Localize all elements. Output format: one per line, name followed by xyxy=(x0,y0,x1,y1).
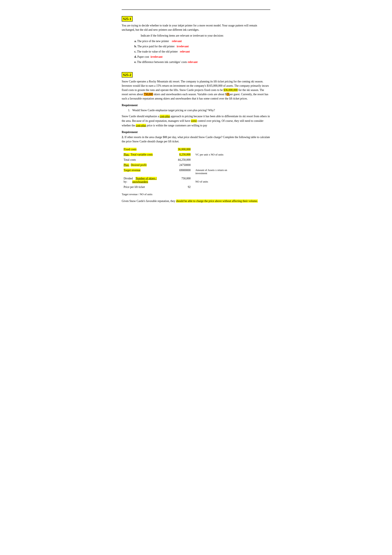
s25-1-indent: Indicate if the following items are rele… xyxy=(141,34,270,38)
item-b-label: b. The price paid for the old printer xyxy=(134,45,177,48)
answer1-highlight2: some xyxy=(191,119,197,122)
top-divider xyxy=(122,9,270,10)
final-text-highlight: should be able to charge the price above… xyxy=(176,199,258,203)
label-variable-costs: Plus: Total variable costs xyxy=(122,152,174,157)
value-divided-by: 750,000 xyxy=(174,176,192,184)
s25-1-intro: You are trying to decide whether to trad… xyxy=(122,23,270,32)
req2-number: 2. xyxy=(122,136,124,139)
number-skiers-label: Number of skiers / xyxy=(136,177,157,180)
s25-1-title: S25-1 xyxy=(122,16,133,22)
note-price-per-ticket xyxy=(192,184,232,190)
value-fixed-costs: 36,000,000 xyxy=(174,147,192,152)
answer-1: Snow Castle should emphasize a cost-plus… xyxy=(122,114,270,128)
table-row-price-per-ticket: Price per lift ticket 92 xyxy=(122,184,232,190)
s25-2-intro: Snow Castle operates a Rocky Mountain sk… xyxy=(122,79,270,101)
price-table: Fixed costs 36,000,000 Plus: Total varia… xyxy=(122,147,232,190)
requirement-2-text: 2. If other resorts in the area charge $… xyxy=(122,135,270,144)
value-total-costs: 44,250,000 xyxy=(174,157,192,162)
by-text: by: xyxy=(124,180,127,183)
item-d-label: d. Paper cost xyxy=(134,55,151,58)
requirement-2-label: Requirement xyxy=(122,131,270,134)
item-c-label: c. The trade-in value of the old printer xyxy=(134,50,180,53)
label-price-per-ticket: Price per lift ticket xyxy=(122,184,174,190)
item-b: b. The price paid for the old printer ir… xyxy=(134,44,270,49)
item-c: c. The trade-in value of the old printer… xyxy=(134,50,270,54)
s25-2-guests: 750,000 xyxy=(144,93,153,96)
req1-number: 1. xyxy=(128,109,130,112)
answer1-part1: Snow Castle should emphasize a xyxy=(122,115,159,118)
table-row-desired-profit: Plus: Desired profit 24750000 xyxy=(122,162,232,168)
note-divided-by: NO of units xyxy=(192,176,232,184)
item-a: a. The price of the new printer relevant xyxy=(134,39,270,43)
table-row-fixed-costs: Fixed costs 36,000,000 xyxy=(122,147,232,152)
value-price-per-ticket: 92 xyxy=(174,184,192,190)
note-total-costs xyxy=(192,157,232,162)
table-row-divided-by: Divided Number of skiers / by: snowboard… xyxy=(122,176,232,184)
item-e: e. The difference between ink cartridges… xyxy=(134,60,270,64)
section-s25-1: S25-1 You are trying to decide whether t… xyxy=(122,16,270,64)
requirement-1-label: Requirement xyxy=(122,104,270,107)
label-desired-profit: Plus: Desired profit xyxy=(122,162,174,168)
snowboarders-label: snowboarders xyxy=(132,180,148,183)
divided-text: Divided xyxy=(124,177,133,180)
answer1-highlight3: cost-plus xyxy=(136,124,146,127)
note-target-revenue: Amount of Assets x return on investment xyxy=(192,168,232,176)
value-variable-costs: 8,250,000 xyxy=(174,152,192,157)
s25-2-intro-text3: skiers and snowboarders each season. Var… xyxy=(154,93,227,96)
final-text: Given Snow Castle's favorable reputation… xyxy=(122,199,270,203)
answer1-highlight1: cost-plus xyxy=(160,115,170,118)
s25-2-title: S25-2 xyxy=(122,72,133,78)
note-fixed-costs xyxy=(192,147,232,152)
label-total-costs: Total costs xyxy=(122,157,174,162)
note-variable-costs: VC per unit x NO of units xyxy=(192,152,232,157)
table-row-total-costs: Total costs 44,250,000 xyxy=(122,157,232,162)
section-s25-2: S25-2 Snow Castle operates a Rocky Mount… xyxy=(122,72,270,203)
item-e-label: e. The difference between ink cartridges… xyxy=(134,60,188,64)
item-a-label: a. The price of the new printer xyxy=(134,40,172,43)
item-c-answer: relevant xyxy=(180,50,190,53)
req2-text: If other resorts in the area charge $88 … xyxy=(122,136,270,143)
label-fixed-costs: Fixed costs xyxy=(122,147,174,152)
value-desired-profit: 24750000 xyxy=(174,162,192,168)
req1-text: Would Snow Castle emphasize target prici… xyxy=(132,109,215,112)
item-a-answer: relevant xyxy=(172,40,182,43)
item-e-answer: relevant xyxy=(188,60,198,64)
s25-2-vc: 11 xyxy=(227,93,229,96)
item-d: d. Paper cost irrelevant xyxy=(134,55,270,59)
note-desired-profit xyxy=(192,162,232,168)
item-d-answer: irrelevant xyxy=(151,55,163,58)
requirement-1-item: 1. Would Snow Castle emphasize target pr… xyxy=(128,108,270,112)
s25-2-fixed-cost: $36,000,000 xyxy=(223,88,238,92)
table-row-variable-costs: Plus: Total variable costs 8,250,000 VC … xyxy=(122,152,232,157)
value-target-revenue: 69000000 xyxy=(174,168,192,176)
label-divided-by: Divided Number of skiers / by: snowboard… xyxy=(122,176,174,184)
table-note: Target revenue / NO of units xyxy=(122,193,270,196)
table-row-target-revenue: Target revenue 69000000 Amount of Assets… xyxy=(122,168,232,176)
answer1-part4: price is within the range customers are … xyxy=(147,124,207,127)
final-text-prefix: Given Snow Castle's favorable reputation… xyxy=(122,199,175,203)
item-b-answer: irrelevant xyxy=(177,45,189,48)
label-target-revenue: Target revenue xyxy=(122,168,174,176)
